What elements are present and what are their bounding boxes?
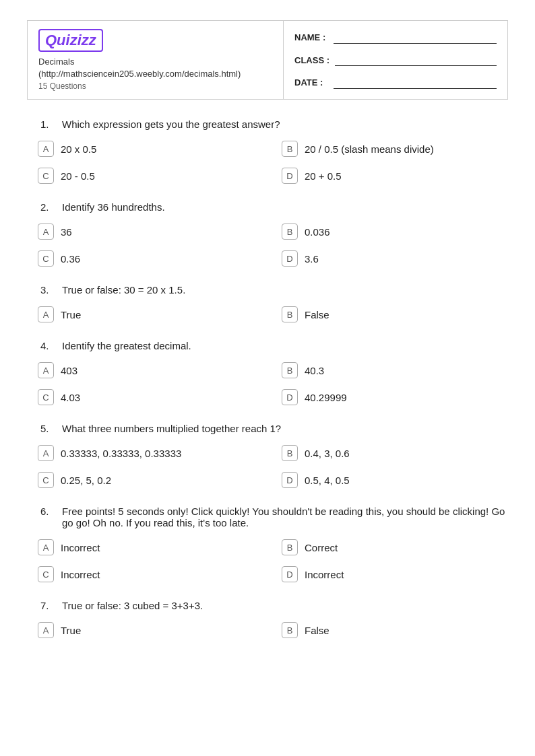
question-5-text: 5. What three numbers multiplied togethe… xyxy=(27,423,508,434)
question-4-number: 4. xyxy=(40,340,57,351)
question-5-options: A 0.33333, 0.33333, 0.33333 B 0.4, 3, 0.… xyxy=(27,442,508,491)
option-4a: A 403 xyxy=(34,359,264,381)
option-1a-text: 20 x 0.5 xyxy=(61,143,96,155)
option-2d: D 3.6 xyxy=(278,248,508,269)
question-2: 2. Identify 36 hundredths. A 36 B 0.036 … xyxy=(27,201,508,269)
option-6a-text: Incorrect xyxy=(61,542,100,553)
question-1-number: 1. xyxy=(40,118,57,130)
option-4a-text: 403 xyxy=(61,365,77,376)
name-field: NAME : xyxy=(294,32,497,44)
option-7b-text: False xyxy=(305,625,329,636)
subtitle-text: Decimals(http://mathsciencein205.weebly.… xyxy=(38,57,241,79)
option-5d-letter: D xyxy=(282,472,298,488)
date-label: DATE : xyxy=(294,77,328,88)
option-2c-letter: C xyxy=(38,250,54,267)
option-3b-letter: B xyxy=(282,306,298,322)
question-1: 1. Which expression gets you the greates… xyxy=(27,118,508,186)
option-4b: B 40.3 xyxy=(278,359,508,381)
question-4-options: A 403 B 40.3 C 4.03 D 40.29999 xyxy=(27,359,508,408)
question-2-options: A 36 B 0.036 C 0.36 D 3.6 xyxy=(27,221,508,269)
option-1c-text: 20 - 0.5 xyxy=(61,170,95,182)
option-2a-text: 36 xyxy=(61,226,72,238)
option-1d-text: 20 + 0.5 xyxy=(305,170,342,182)
questions-count: 15 Questions xyxy=(38,81,272,91)
option-6d: D Incorrect xyxy=(278,563,508,585)
option-6b-text: Correct xyxy=(305,542,338,553)
option-6c-text: Incorrect xyxy=(61,569,100,580)
option-5b-text: 0.4, 3, 0.6 xyxy=(305,448,350,459)
question-7: 7. True or false: 3 cubed = 3+3+3. A Tru… xyxy=(27,600,508,641)
option-2c-text: 0.36 xyxy=(61,253,80,265)
option-1b-text: 20 / 0.5 (slash means divide) xyxy=(305,143,434,155)
option-6d-text: Incorrect xyxy=(305,569,344,580)
option-6b: B Correct xyxy=(278,537,508,558)
question-7-text: 7. True or false: 3 cubed = 3+3+3. xyxy=(27,600,508,611)
question-3-number: 3. xyxy=(40,284,57,296)
option-5c: C 0.25, 5, 0.2 xyxy=(34,469,264,491)
class-line xyxy=(335,54,497,66)
option-1a-letter: A xyxy=(38,141,54,157)
question-4: 4. Identify the greatest decimal. A 403 … xyxy=(27,340,508,408)
class-label: CLASS : xyxy=(294,55,329,65)
option-4b-letter: B xyxy=(282,362,298,378)
question-3-options: A True B False xyxy=(27,304,508,325)
option-5b: B 0.4, 3, 0.6 xyxy=(278,442,508,464)
header-left: Quizizz Decimals(http://mathsciencein205… xyxy=(28,21,284,99)
option-2c: C 0.36 xyxy=(34,248,264,269)
question-3-text: 3. True or false: 30 = 20 x 1.5. xyxy=(27,284,508,296)
question-6-options: A Incorrect B Correct C Incorrect D Inco… xyxy=(27,537,508,585)
option-6a: A Incorrect xyxy=(34,537,264,558)
question-5-body: What three numbers multiplied together r… xyxy=(62,423,281,434)
option-5c-text: 0.25, 5, 0.2 xyxy=(61,475,111,486)
question-7-number: 7. xyxy=(40,600,57,611)
option-2a: A 36 xyxy=(34,221,264,242)
option-5a-text: 0.33333, 0.33333, 0.33333 xyxy=(61,448,181,459)
option-7b-letter: B xyxy=(282,622,298,638)
question-3: 3. True or false: 30 = 20 x 1.5. A True … xyxy=(27,284,508,325)
question-4-text: 4. Identify the greatest decimal. xyxy=(27,340,508,351)
option-1b-letter: B xyxy=(282,141,298,157)
header-right: NAME : CLASS : DATE : xyxy=(284,21,507,99)
question-1-body: Which expression gets you the greatest a… xyxy=(62,118,280,130)
option-5a: A 0.33333, 0.33333, 0.33333 xyxy=(34,442,264,464)
option-2d-letter: D xyxy=(282,250,298,267)
option-3b: B False xyxy=(278,304,508,325)
option-4d-letter: D xyxy=(282,389,298,405)
question-5-number: 5. xyxy=(40,423,57,434)
quizizz-logo: Quizizz xyxy=(38,29,103,52)
question-6-text: 6. Free points! 5 seconds only! Click qu… xyxy=(27,506,508,528)
option-4c: C 4.03 xyxy=(34,386,264,408)
option-2b-text: 0.036 xyxy=(305,226,330,238)
option-1d-letter: D xyxy=(282,168,298,184)
option-4d-text: 40.29999 xyxy=(305,392,347,403)
question-2-text: 2. Identify 36 hundredths. xyxy=(27,201,508,213)
option-3b-text: False xyxy=(305,309,329,320)
option-7a-letter: A xyxy=(38,622,54,638)
question-6-body: Free points! 5 seconds only! Click quick… xyxy=(62,506,508,528)
questions-container: 1. Which expression gets you the greates… xyxy=(27,118,508,641)
question-7-body: True or false: 3 cubed = 3+3+3. xyxy=(62,600,203,611)
option-7b: B False xyxy=(278,619,508,641)
option-6a-letter: A xyxy=(38,539,54,555)
option-3a: A True xyxy=(34,304,264,325)
question-1-options: A 20 x 0.5 B 20 / 0.5 (slash means divid… xyxy=(27,138,508,186)
option-4a-letter: A xyxy=(38,362,54,378)
option-4c-letter: C xyxy=(38,389,54,405)
option-1d: D 20 + 0.5 xyxy=(278,165,508,186)
header-box: Quizizz Decimals(http://mathsciencein205… xyxy=(27,20,508,100)
option-1c: C 20 - 0.5 xyxy=(34,165,264,186)
question-5: 5. What three numbers multiplied togethe… xyxy=(27,423,508,491)
date-line xyxy=(334,77,497,89)
question-6: 6. Free points! 5 seconds only! Click qu… xyxy=(27,506,508,585)
option-6c: C Incorrect xyxy=(34,563,264,585)
name-line xyxy=(334,32,497,44)
name-label: NAME : xyxy=(294,32,328,42)
option-2b: B 0.036 xyxy=(278,221,508,242)
header-subtitle: Decimals(http://mathsciencein205.weebly.… xyxy=(38,56,272,80)
question-3-body: True or false: 30 = 20 x 1.5. xyxy=(62,284,185,296)
option-5d-text: 0.5, 4, 0.5 xyxy=(305,475,350,486)
class-field: CLASS : xyxy=(294,54,497,66)
question-1-text: 1. Which expression gets you the greates… xyxy=(27,118,508,130)
option-2a-letter: A xyxy=(38,224,54,240)
option-6c-letter: C xyxy=(38,566,54,582)
